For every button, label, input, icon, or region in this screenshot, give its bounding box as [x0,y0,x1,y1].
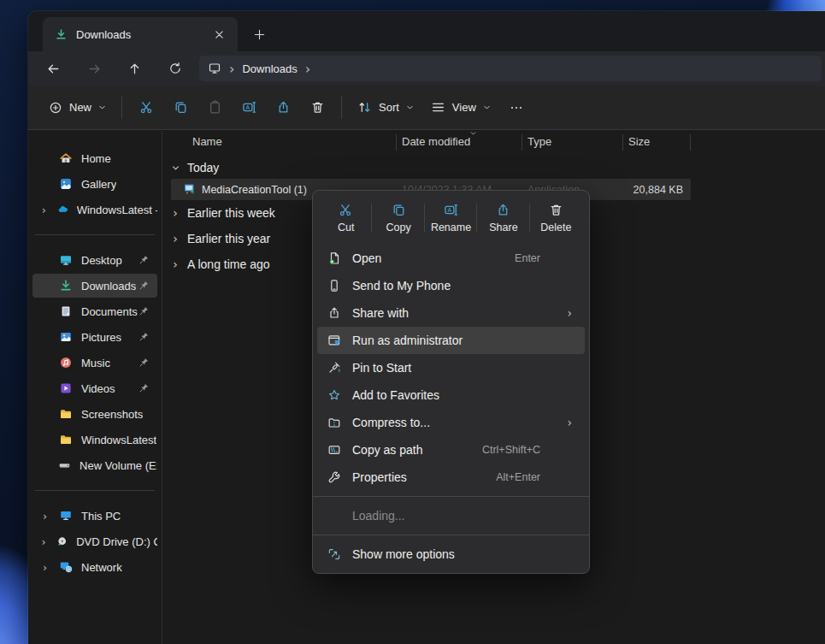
column-separator[interactable] [396,134,397,151]
cut-button[interactable] [129,92,163,123]
sidebar-item-screenshots[interactable]: Screenshots [32,402,157,426]
breadcrumb-chevron-icon[interactable]: › [305,61,310,77]
copy-button[interactable]: Copy [372,195,424,241]
menu-item-share-with[interactable]: Share with › [317,299,585,327]
view-button-label: View [452,101,476,114]
menu-item-loading: Loading... [317,502,585,529]
sidebar-item-new-volume[interactable]: New Volume (E:) [32,453,157,477]
cut-button[interactable]: Cut [320,195,372,241]
group-label: Today [187,161,219,174]
sidebar-item-label: Downloads [81,280,136,292]
share-button[interactable] [266,92,300,123]
see-more-button[interactable] [499,92,533,123]
menu-item-run-as-administrator[interactable]: Run as administrator [317,327,585,354]
copy-button[interactable] [163,92,197,123]
group-header-earlier-this-year[interactable]: › Earlier this year [170,228,270,249]
menu-item-pin-to-start[interactable]: Pin to Start [317,354,585,381]
expand-chevron-icon[interactable]: › [39,204,49,216]
sidebar-item-label: Gallery [81,178,116,191]
download-icon [55,28,68,41]
tab-close-icon[interactable] [209,24,229,44]
sidebar-item-label: Music [81,357,110,369]
sidebar-item-videos[interactable]: Videos [32,376,157,400]
share-button[interactable]: Share [477,195,529,241]
sidebar-item-label: New Volume (E:) [80,459,157,472]
new-button-label: New [69,101,91,114]
wrench-icon [327,470,341,484]
breadcrumb-location[interactable]: Downloads [242,62,297,75]
column-separator[interactable] [622,134,623,151]
view-button[interactable]: View [422,92,499,123]
sidebar-item-label: Network [81,561,122,574]
pin-icon [138,254,150,265]
group-header-a-long-time-ago[interactable]: › A long time ago [170,254,270,275]
context-menu: Cut Copy A Rename Share Delete Open Ente… [312,190,590,574]
sidebar-item-network[interactable]: › Network [32,555,157,579]
sidebar-item-home[interactable]: Home [32,146,157,170]
toolbar-separator [341,97,342,119]
pin-icon [138,280,150,291]
expand-chevron-icon[interactable]: › [39,510,50,523]
column-header-type[interactable]: Type [527,135,551,148]
column-header-name[interactable]: Name [192,135,222,148]
sidebar-item-downloads[interactable]: Downloads [32,274,157,298]
share-icon [327,306,341,320]
gallery-icon [59,177,73,191]
group-header-today[interactable]: Today [170,157,219,178]
menu-item-add-to-favorites[interactable]: Add to Favorites [317,381,585,409]
sidebar-item-windowslatest-folder[interactable]: WindowsLatest [32,428,157,452]
cut-label: Cut [338,222,354,233]
delete-button[interactable] [300,92,334,123]
back-button[interactable] [39,56,67,81]
expand-chevron-icon[interactable]: › [39,561,50,574]
share-icon [496,203,510,217]
sidebar-item-desktop[interactable]: Desktop [32,248,157,272]
address-bar[interactable]: › Downloads › [199,56,822,81]
sidebar-item-label: DVD Drive (D:) CCC [76,535,157,548]
open-file-icon [327,251,341,265]
expand-chevron-icon[interactable]: › [170,257,180,271]
this-pc-icon [208,62,221,75]
sidebar-item-music[interactable]: Music [32,351,157,375]
collapse-chevron-icon[interactable] [170,163,180,173]
sidebar-item-this-pc[interactable]: › This PC [32,504,157,528]
column-separator[interactable] [522,134,522,151]
forward-button[interactable] [80,56,108,81]
tab-downloads[interactable]: Downloads [43,17,238,51]
documents-icon [59,304,73,318]
menu-item-show-more-options[interactable]: Show more options [317,541,585,568]
column-separator[interactable] [690,134,691,151]
pin-icon [138,331,150,342]
sidebar-divider [35,234,155,235]
group-header-earlier-this-week[interactable]: › Earlier this week [170,203,275,223]
expand-chevron-icon[interactable]: › [170,232,180,245]
column-header-date-modified[interactable]: Date modified [402,135,470,148]
sidebar-item-dvd-drive[interactable]: › DVD Drive (D:) CCC [32,529,157,553]
new-button[interactable]: New [40,92,115,123]
refresh-button[interactable] [162,56,189,81]
menu-item-properties[interactable]: Properties Alt+Enter [317,464,585,491]
expand-chevron-icon[interactable]: › [170,206,180,220]
menu-item-open[interactable]: Open Enter [317,245,585,272]
sidebar-item-gallery[interactable]: Gallery [32,172,157,196]
menu-item-label: Pin to Start [352,361,411,375]
rename-button[interactable]: A Rename [425,195,477,241]
trash-icon [549,203,563,217]
dvd-disc-icon [56,535,68,548]
new-tab-button[interactable] [247,23,271,45]
star-icon [327,388,341,402]
sidebar-item-documents[interactable]: Documents [32,299,157,323]
expand-chevron-icon[interactable]: › [39,535,48,548]
menu-item-send-to-my-phone[interactable]: Send to My Phone [317,272,585,299]
menu-item-copy-as-path[interactable]: Copy as path Ctrl+Shift+C [317,436,585,464]
network-icon [59,560,73,574]
sidebar-item-onedrive[interactable]: › WindowsLatest - Pe [32,198,157,222]
sidebar-item-pictures[interactable]: Pictures [32,325,157,349]
menu-item-compress-to[interactable]: Compress to... › [317,409,585,436]
paste-button[interactable] [197,92,232,123]
rename-button[interactable]: A [232,92,266,123]
delete-button[interactable]: Delete [530,195,582,241]
sort-button[interactable]: Sort [349,92,422,123]
column-header-size[interactable]: Size [628,135,650,148]
up-button[interactable] [121,56,148,81]
